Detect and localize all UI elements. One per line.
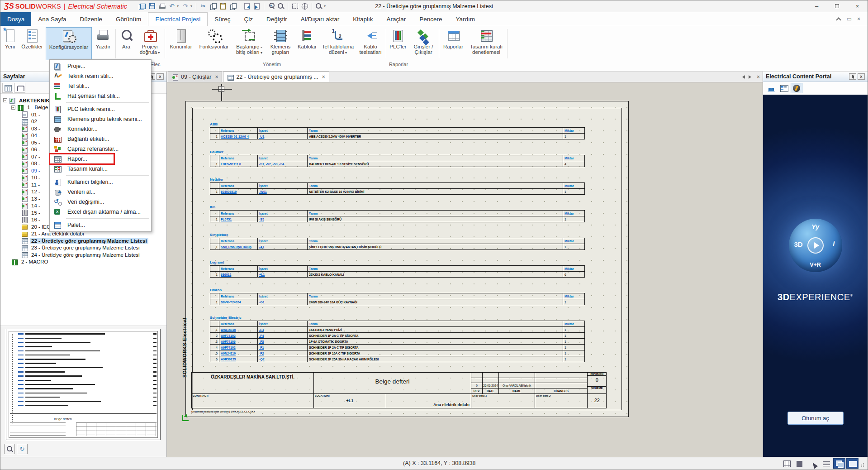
- menu-item-tel-stili[interactable]: Tel stili...: [50, 81, 151, 91]
- menu-tab-al-disari-aktar[interactable]: Al/Dışarı aktar: [294, 12, 346, 26]
- ribbon-button-ara[interactable]: Ara: [117, 27, 136, 60]
- document-tab-22-ureticiye-gore-gruplanmis[interactable]: 22 - Üreticiye göre gruplanmış ...×: [223, 72, 329, 82]
- ribbon-button-konumlar[interactable]: Konumlar: [166, 27, 196, 60]
- ruler-crosshair[interactable]: [212, 84, 232, 102]
- resize-grip[interactable]: [860, 458, 865, 469]
- dropdown-caret-icon[interactable]: ▾: [190, 4, 194, 8]
- component-mark-link[interactable]: -Q2: [259, 358, 265, 361]
- line-weight-icon[interactable]: [820, 458, 832, 469]
- menu-tab-pencere[interactable]: Pencere: [413, 12, 449, 26]
- menu-item-baglanti-etiketi[interactable]: Bağlantı etiketi...: [50, 134, 151, 144]
- portal-panel-icon[interactable]: [778, 83, 790, 93]
- part-reference-link[interactable]: 604006510: [221, 190, 237, 193]
- menu-tab-kitaplik[interactable]: Kitaplık: [346, 12, 379, 26]
- tab-next-icon[interactable]: [749, 75, 753, 79]
- menu-tab-ciz[interactable]: Çiz: [237, 12, 260, 26]
- dropdown-caret-icon[interactable]: ▾: [324, 4, 327, 8]
- ribbon-button-baslangic-bitis-oklari[interactable]: Başlangıç - bitiş okları ▾: [232, 27, 266, 60]
- menu-item-kullanici-bilgileri[interactable]: Kullanıcı bilgileri...: [50, 177, 151, 187]
- menu-tab-degistir[interactable]: Değiştir: [260, 12, 294, 26]
- zoom-in-icon[interactable]: [266, 2, 275, 10]
- part-reference-link[interactable]: 636012: [221, 273, 231, 276]
- tab-close-icon[interactable]: ×: [215, 74, 218, 80]
- cursor-mode-icon[interactable]: [807, 458, 819, 469]
- menu-item-excel-disari-aktarma-alma[interactable]: Excel dışarı aktarma / alma...: [50, 207, 151, 217]
- clamp-view-icon[interactable]: [14, 83, 25, 93]
- tree-item-22-ureticiye-gore-gruplanmis-malzeme-listesi[interactable]: 22 - Üreticiye göre gruplanmış Malzeme L…: [0, 237, 166, 245]
- component-mark-link[interactable]: -G1: [259, 301, 265, 304]
- ribbon-close-icon[interactable]: ×: [857, 16, 860, 22]
- ribbon-button-konfigurasyonlar[interactable]: Konfigürasyonlar: [46, 27, 92, 60]
- component-mark-link[interactable]: -F5: [259, 340, 264, 343]
- menu-tab-surec[interactable]: Süreç: [208, 12, 237, 26]
- portal-close-icon[interactable]: ×: [858, 73, 865, 80]
- menu-item-rapor[interactable]: Rapor...: [50, 154, 114, 164]
- menu-tab-ana-sayfa[interactable]: Ana Sayfa: [31, 12, 73, 26]
- part-reference-link[interactable]: ACS580-01-12A6-4: [221, 135, 249, 138]
- zoom-preview-button[interactable]: [4, 444, 15, 454]
- search-icon[interactable]: [314, 2, 323, 10]
- menu-tab-duzenle[interactable]: Düzenle: [73, 12, 109, 26]
- menu-item-plc-teknik-resmi[interactable]: PLC teknik resmi...: [50, 104, 151, 114]
- ribbon-button-tel-kablolama-duzeni[interactable]: Tel kablolama düzeni ▾: [320, 27, 356, 60]
- component-mark-link[interactable]: -E1: [259, 328, 264, 331]
- paste-special-icon[interactable]: [218, 2, 228, 10]
- tab-prev-icon[interactable]: [740, 75, 745, 79]
- menu-item-palet[interactable]: Palet...: [50, 220, 151, 230]
- layers-icon[interactable]: [833, 458, 845, 469]
- close-panel-icon[interactable]: ×: [157, 73, 164, 80]
- menu-tab-araclar[interactable]: Araçlar: [380, 12, 413, 26]
- restore-button[interactable]: [827, 0, 847, 12]
- snap-toggle-icon[interactable]: [794, 458, 806, 469]
- pages-icon[interactable]: [138, 2, 147, 10]
- home-icon[interactable]: [765, 83, 777, 93]
- menu-tab-electrical-projesi[interactable]: Electrical Projesi: [148, 12, 208, 26]
- export-page-icon[interactable]: [252, 2, 261, 10]
- drawing-canvas[interactable]: ABBReferansİşaretTanımMiktar1ACS580-01-1…: [167, 82, 763, 458]
- ribbon-button-klemens-gruplari[interactable]: Klemens grupları: [266, 27, 294, 60]
- undo-icon[interactable]: ↶: [167, 2, 176, 10]
- ribbon-button-kablolar[interactable]: Kablolar: [294, 27, 320, 60]
- paste-icon[interactable]: [228, 2, 237, 10]
- document-tab-09-cikislar[interactable]: 09 - Çıkışlar×: [168, 72, 222, 82]
- sheet-preview-thumbnail[interactable]: Belge defteri: [6, 329, 161, 440]
- menu-item-hat-semasi-hat-stili[interactable]: Hat şeması hat stili...: [50, 91, 151, 101]
- close-button[interactable]: ×: [847, 0, 868, 12]
- print-icon[interactable]: [157, 2, 166, 10]
- menu-tab-dosya[interactable]: Dosya: [0, 12, 31, 26]
- tab-close-icon[interactable]: ×: [757, 74, 760, 80]
- ribbon-button-yazdir[interactable]: Yazdır: [92, 27, 114, 60]
- menu-item-konnektor[interactable]: Konnektör...: [50, 124, 151, 134]
- part-reference-link[interactable]: A9A15310: [221, 328, 236, 331]
- menu-item-teknik-resim-stili[interactable]: Teknik resim stili...: [50, 71, 151, 81]
- part-reference-link[interactable]: A9F74102: [221, 346, 236, 349]
- component-mark-link[interactable]: -A1: [259, 245, 264, 249]
- component-mark-link[interactable]: -W01: [259, 190, 267, 193]
- minimize-button[interactable]: –: [806, 0, 827, 12]
- cut-icon[interactable]: ✂: [199, 2, 208, 10]
- tab-close-icon[interactable]: ×: [322, 74, 325, 80]
- ribbon-minimize-icon[interactable]: ▭: [847, 16, 852, 22]
- sheet-view-icon[interactable]: [2, 83, 13, 93]
- component-mark-link[interactable]: -S1, -S2, -S3, -S4: [259, 163, 284, 166]
- part-reference-link[interactable]: S8VK-T24024: [221, 301, 241, 304]
- ribbon-button-plc-ler[interactable]: PLC'ler: [387, 27, 409, 60]
- portal-pin-icon[interactable]: [849, 73, 856, 80]
- menu-item-capraz-referanslar[interactable]: Çapraz referanslar...: [50, 144, 151, 154]
- copy-icon[interactable]: [209, 2, 218, 10]
- grid-toggle-icon[interactable]: [781, 458, 793, 469]
- ribbon-button-ozellikler[interactable]: Özellikler: [19, 27, 46, 60]
- component-mark-link[interactable]: -F4: [259, 334, 264, 337]
- tree-item-24-ureticiye-gore-gruplanmis-malzeme-listesi[interactable]: 24 - Üreticiye göre gruplanmış Malzeme L…: [0, 251, 166, 259]
- ribbon-button-fonksiyonlar[interactable]: Fonksiyonlar: [196, 27, 232, 60]
- part-reference-link[interactable]: A9F74102: [221, 334, 236, 337]
- ribbon-button-projeyi-dogrula[interactable]: Projeyi doğrula ▾: [136, 27, 164, 60]
- drawing-sheet[interactable]: ABBReferansİşaretTanımMiktar1ACS580-01-1…: [185, 101, 629, 417]
- part-reference-link[interactable]: LBFS-51111.0: [221, 163, 241, 166]
- expand-icon[interactable]: −: [11, 106, 15, 110]
- part-reference-link[interactable]: A9N24110: [221, 352, 236, 355]
- part-reference-link[interactable]: A9F74106: [221, 340, 236, 343]
- menu-item-proje[interactable]: Proje...: [50, 61, 151, 71]
- component-mark-link[interactable]: -F1: [259, 346, 264, 349]
- collapse-ribbon-icon[interactable]: [836, 17, 841, 22]
